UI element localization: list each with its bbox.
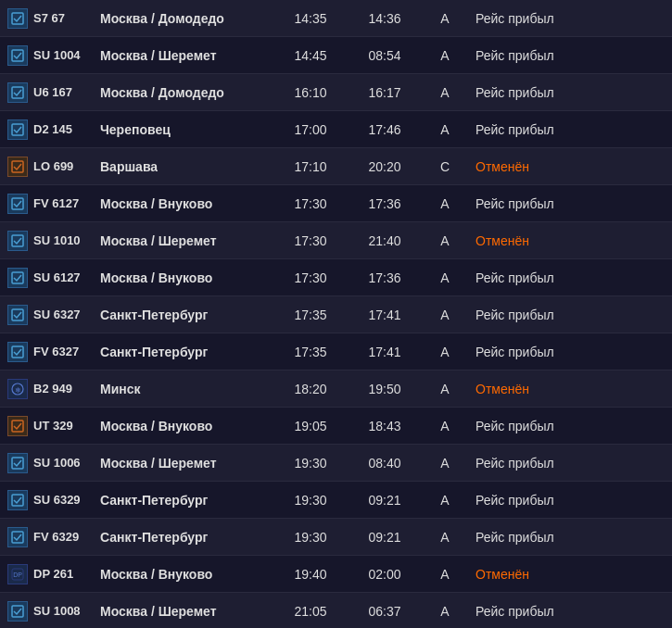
terminal-cell: A bbox=[422, 48, 468, 63]
terminal-cell: C bbox=[422, 159, 468, 174]
table-row[interactable]: FV 6329 Санкт-Петербург 19:30 09:21 A Ре… bbox=[0, 519, 672, 556]
status-cell: Отменён bbox=[468, 567, 672, 582]
terminal-cell: A bbox=[422, 493, 468, 508]
actual-time-cell: 21:40 bbox=[348, 233, 422, 248]
flight-number: B2 949 bbox=[33, 382, 72, 396]
actual-time: 17:41 bbox=[368, 345, 400, 359]
actual-time-cell: 08:40 bbox=[348, 456, 422, 471]
actual-time: 21:40 bbox=[368, 233, 400, 248]
status-badge: Рейс прибыл bbox=[475, 456, 554, 471]
actual-time-cell: 09:21 bbox=[348, 493, 422, 508]
table-row[interactable]: SU 6327 Санкт-Петербург 17:35 17:41 A Ре… bbox=[0, 296, 672, 333]
scheduled-time-cell: 14:45 bbox=[273, 48, 348, 63]
airline-cell: U6 167 bbox=[0, 82, 93, 103]
destination-text: Москва / Шеремет bbox=[100, 456, 217, 471]
terminal-cell: A bbox=[422, 85, 468, 100]
airline-icon bbox=[7, 231, 28, 251]
table-row[interactable]: D2 145 Череповец 17:00 17:46 A Рейс приб… bbox=[0, 111, 672, 148]
status-badge: Рейс прибыл bbox=[475, 530, 554, 545]
svg-text:❄: ❄ bbox=[15, 385, 21, 394]
table-row[interactable]: SU 1008 Москва / Шеремет 21:05 06:37 A Р… bbox=[0, 593, 672, 628]
table-row[interactable]: FV 6327 Санкт-Петербург 17:35 17:41 A Ре… bbox=[0, 333, 672, 371]
destination-text: Санкт-Петербург bbox=[100, 345, 208, 359]
svg-rect-3 bbox=[12, 124, 23, 135]
actual-time: 02:00 bbox=[368, 567, 400, 582]
svg-rect-2 bbox=[12, 87, 23, 98]
airline-icon bbox=[7, 453, 28, 473]
table-row[interactable]: ❄ B2 949 Минск 18:20 19:50 A Отменён bbox=[0, 371, 672, 408]
destination-cell: Москва / Домодедо bbox=[93, 11, 273, 26]
scheduled-time-cell: 17:10 bbox=[273, 159, 348, 174]
terminal-cell: A bbox=[422, 345, 468, 359]
scheduled-time-cell: 16:10 bbox=[273, 85, 348, 100]
actual-time-cell: 02:00 bbox=[348, 567, 422, 582]
scheduled-time: 14:45 bbox=[294, 48, 326, 63]
airline-cell: UT 329 bbox=[0, 416, 93, 436]
destination-text: Санкт-Петербург bbox=[100, 308, 208, 322]
terminal-cell: A bbox=[422, 604, 468, 619]
scheduled-time: 16:10 bbox=[294, 85, 326, 100]
scheduled-time: 17:30 bbox=[294, 196, 326, 211]
scheduled-time-cell: 18:20 bbox=[273, 382, 348, 396]
table-row[interactable]: SU 6329 Санкт-Петербург 19:30 09:21 A Ре… bbox=[0, 482, 672, 519]
terminal: A bbox=[440, 11, 449, 26]
destination-cell: Москва / Шеремет bbox=[93, 604, 273, 619]
airline-icon bbox=[7, 8, 28, 29]
status-badge: Рейс прибыл bbox=[475, 604, 554, 619]
flight-number: LO 699 bbox=[33, 159, 73, 173]
scheduled-time-cell: 21:05 bbox=[273, 604, 348, 619]
airline-icon bbox=[7, 527, 28, 547]
flight-number: D2 145 bbox=[33, 122, 72, 136]
table-row[interactable]: DP DP 261 Москва / Внуково 19:40 02:00 A… bbox=[0, 556, 672, 593]
destination-text: Москва / Шеремет bbox=[100, 48, 217, 63]
status-cell: Рейс прибыл bbox=[468, 530, 672, 545]
actual-time: 17:41 bbox=[368, 308, 400, 322]
actual-time-cell: 17:46 bbox=[348, 122, 422, 137]
actual-time-cell: 06:37 bbox=[348, 604, 422, 619]
status-cell: Рейс прибыл bbox=[468, 11, 672, 26]
table-row[interactable]: SU 1004 Москва / Шеремет 14:45 08:54 A Р… bbox=[0, 37, 672, 74]
terminal: A bbox=[440, 456, 449, 471]
destination-text: Санкт-Петербург bbox=[100, 493, 208, 508]
scheduled-time: 19:30 bbox=[294, 530, 326, 545]
table-row[interactable]: UT 329 Москва / Внуково 19:05 18:43 A Ре… bbox=[0, 408, 672, 445]
scheduled-time-cell: 19:30 bbox=[273, 456, 348, 471]
status-cell: Рейс прибыл bbox=[468, 196, 672, 211]
status-cell: Рейс прибыл bbox=[468, 456, 672, 471]
actual-time-cell: 20:20 bbox=[348, 159, 422, 174]
destination-cell: Санкт-Петербург bbox=[93, 345, 273, 359]
table-row[interactable]: LO 699 Варшава 17:10 20:20 C Отменён bbox=[0, 148, 672, 185]
destination-cell: Москва / Внуково bbox=[93, 270, 273, 285]
flight-number: S7 67 bbox=[33, 11, 65, 25]
table-row[interactable]: SU 6127 Москва / Внуково 17:30 17:36 A Р… bbox=[0, 259, 672, 296]
flight-number: SU 1010 bbox=[33, 233, 81, 247]
destination-text: Минск bbox=[100, 382, 141, 396]
terminal-cell: A bbox=[422, 122, 468, 137]
table-row[interactable]: SU 1006 Москва / Шеремет 19:30 08:40 A Р… bbox=[0, 445, 672, 482]
status-badge: Рейс прибыл bbox=[475, 11, 554, 26]
actual-time-cell: 18:43 bbox=[348, 419, 422, 433]
terminal-cell: A bbox=[422, 11, 468, 26]
flight-number: U6 167 bbox=[33, 85, 72, 99]
svg-rect-6 bbox=[12, 235, 23, 246]
flight-table: S7 67 Москва / Домодедо 14:35 14:36 A Ре… bbox=[0, 0, 672, 628]
destination-text: Череповец bbox=[100, 122, 171, 137]
actual-time: 19:50 bbox=[368, 382, 400, 396]
airline-icon bbox=[7, 416, 28, 436]
airline-cell: D2 145 bbox=[0, 119, 93, 140]
scheduled-time-cell: 19:30 bbox=[273, 493, 348, 508]
actual-time: 17:46 bbox=[368, 122, 400, 137]
flight-number: SU 6127 bbox=[33, 270, 81, 284]
scheduled-time: 18:20 bbox=[294, 382, 326, 396]
terminal-cell: A bbox=[422, 456, 468, 471]
svg-rect-4 bbox=[12, 161, 23, 172]
table-row[interactable]: FV 6127 Москва / Внуково 17:30 17:36 A Р… bbox=[0, 185, 672, 222]
airline-icon bbox=[7, 305, 28, 325]
table-row[interactable]: SU 1010 Москва / Шеремет 17:30 21:40 A О… bbox=[0, 222, 672, 259]
table-row[interactable]: U6 167 Москва / Домодедо 16:10 16:17 A Р… bbox=[0, 74, 672, 111]
airline-cell: SU 6329 bbox=[0, 490, 93, 510]
terminal: A bbox=[440, 233, 449, 248]
table-row[interactable]: S7 67 Москва / Домодедо 14:35 14:36 A Ре… bbox=[0, 0, 672, 37]
scheduled-time-cell: 17:35 bbox=[273, 345, 348, 359]
actual-time: 16:17 bbox=[368, 85, 400, 100]
